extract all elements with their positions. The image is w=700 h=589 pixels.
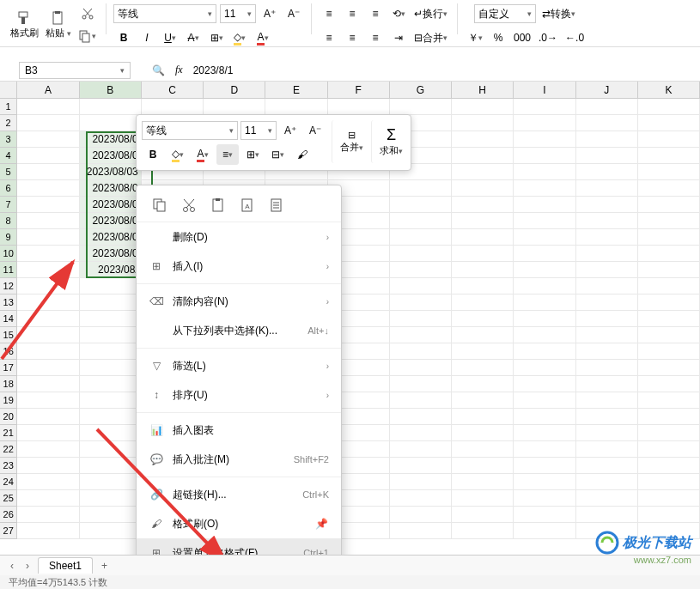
cell[interactable] (390, 327, 452, 343)
ctx-filter[interactable]: ▽筛选(L)› (137, 351, 341, 380)
cell[interactable] (638, 131, 700, 148)
cell[interactable] (638, 180, 700, 197)
cell[interactable] (17, 197, 79, 213)
cell[interactable]: 2023/08/0 (80, 131, 142, 148)
cell[interactable]: 2023/08/0 (80, 148, 142, 164)
cell[interactable] (576, 474, 638, 490)
cell[interactable] (576, 213, 638, 229)
cell[interactable] (514, 229, 575, 246)
merge-button[interactable]: ⊟合并▾ (411, 27, 450, 48)
col-header-a[interactable]: A (17, 82, 79, 98)
cell[interactable] (576, 229, 638, 246)
cell[interactable] (514, 343, 575, 360)
bold-button[interactable]: B (113, 27, 134, 48)
cell[interactable] (514, 262, 575, 278)
strikethrough-button[interactable]: A▾ (183, 27, 204, 48)
cell[interactable] (514, 376, 575, 392)
cell[interactable] (390, 229, 452, 246)
cell[interactable] (17, 164, 79, 180)
cell[interactable]: 2023/08/0 (80, 229, 142, 246)
cell[interactable] (638, 425, 700, 441)
cell[interactable] (452, 409, 514, 425)
cell[interactable] (452, 131, 514, 148)
cell[interactable] (514, 392, 575, 409)
col-header-h[interactable]: H (452, 82, 514, 98)
cell[interactable] (17, 441, 79, 458)
number-format-combo[interactable]: 自定义▾ (474, 4, 536, 23)
cell[interactable]: 2023/08/ (80, 262, 142, 278)
cell[interactable] (576, 409, 638, 425)
cell[interactable] (390, 213, 452, 229)
tab-prev[interactable]: ‹ (7, 560, 17, 572)
cell[interactable] (80, 278, 142, 294)
cell[interactable] (390, 376, 452, 392)
cell[interactable] (638, 409, 700, 425)
row-header[interactable]: 4 (0, 148, 17, 164)
cell[interactable] (576, 164, 638, 180)
increase-font-button[interactable]: A⁺ (259, 3, 280, 24)
col-header-i[interactable]: I (514, 82, 575, 98)
cell[interactable] (142, 99, 204, 115)
cell[interactable] (638, 229, 700, 246)
cell[interactable] (638, 164, 700, 180)
row-header[interactable]: 9 (0, 229, 17, 246)
mini-painter-button[interactable]: 🖌 (291, 144, 313, 165)
cell[interactable] (638, 507, 700, 523)
row-header[interactable]: 24 (0, 474, 17, 490)
fill-color-button[interactable]: ◇▾ (229, 27, 250, 48)
ctx-copy-button[interactable] (149, 194, 171, 216)
cell[interactable] (638, 246, 700, 262)
cell[interactable] (390, 392, 452, 409)
cell[interactable] (17, 409, 79, 425)
row-header[interactable]: 6 (0, 180, 17, 197)
cell[interactable] (514, 507, 575, 523)
cell[interactable] (452, 376, 514, 392)
cell[interactable] (390, 278, 452, 294)
cell[interactable] (80, 392, 142, 409)
cell[interactable] (638, 115, 700, 131)
row-header[interactable]: 21 (0, 425, 17, 441)
cell[interactable] (638, 148, 700, 164)
ctx-clear[interactable]: ⌫清除内容(N)› (137, 287, 341, 316)
cell[interactable] (452, 148, 514, 164)
cell[interactable] (390, 441, 452, 458)
cell[interactable] (514, 278, 575, 294)
cell[interactable] (514, 523, 575, 539)
cell[interactable] (390, 360, 452, 376)
align-top-button[interactable]: ≡ (319, 3, 339, 24)
row-header[interactable]: 3 (0, 131, 17, 148)
cell[interactable]: 2023/08/0 (80, 197, 142, 213)
cell[interactable] (514, 197, 575, 213)
row-header[interactable]: 23 (0, 458, 17, 474)
cell[interactable] (452, 294, 514, 311)
row-header[interactable]: 26 (0, 507, 17, 523)
cell[interactable] (390, 425, 452, 441)
tab-next[interactable]: › (22, 560, 33, 572)
currency-button[interactable]: ￥▾ (465, 27, 485, 48)
decrease-decimal-button[interactable]: ←.0 (563, 27, 587, 48)
format-painter-button[interactable]: 格式刷 (7, 4, 41, 46)
cell[interactable] (638, 278, 700, 294)
cell[interactable] (514, 490, 575, 507)
cell[interactable] (17, 523, 79, 539)
cell[interactable] (80, 327, 142, 343)
col-header-f[interactable]: F (328, 82, 390, 98)
cell[interactable]: 2023/08/0 (80, 213, 142, 229)
row-header[interactable]: 19 (0, 392, 17, 409)
col-header-k[interactable]: K (638, 82, 700, 98)
cell[interactable] (452, 213, 514, 229)
paste-button[interactable]: 粘贴 ▾ (41, 4, 76, 46)
col-header-g[interactable]: G (390, 82, 452, 98)
convert-button[interactable]: ⇄转换▾ (539, 3, 578, 24)
cell[interactable] (452, 197, 514, 213)
cell[interactable] (514, 474, 575, 490)
cell[interactable] (514, 246, 575, 262)
cell[interactable] (452, 360, 514, 376)
cell[interactable] (390, 409, 452, 425)
cell[interactable] (638, 197, 700, 213)
row-header[interactable]: 20 (0, 409, 17, 425)
cell[interactable] (452, 180, 514, 197)
cell[interactable] (390, 294, 452, 311)
cell[interactable] (638, 343, 700, 360)
cell[interactable] (80, 360, 142, 376)
